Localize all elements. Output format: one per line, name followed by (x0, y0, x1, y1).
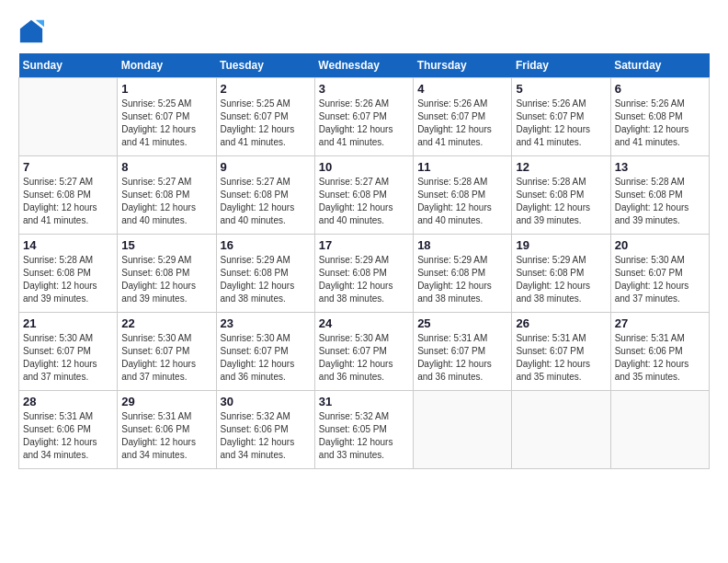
calendar-cell: 15Sunrise: 5:29 AMSunset: 6:08 PMDayligh… (118, 235, 216, 313)
calendar-cell (19, 78, 118, 156)
calendar-cell: 10Sunrise: 5:27 AMSunset: 6:08 PMDayligh… (314, 156, 413, 235)
day-info: Sunrise: 5:26 AMSunset: 6:07 PMDaylight:… (516, 98, 606, 149)
day-number: 1 (121, 82, 211, 96)
calendar-cell: 28Sunrise: 5:31 AMSunset: 6:06 PMDayligh… (19, 391, 118, 469)
calendar-week-4: 21Sunrise: 5:30 AMSunset: 6:07 PMDayligh… (19, 313, 710, 391)
day-number: 26 (516, 316, 606, 330)
calendar-cell (512, 391, 610, 469)
day-number: 17 (319, 238, 409, 252)
calendar-cell: 18Sunrise: 5:29 AMSunset: 6:08 PMDayligh… (414, 235, 512, 313)
calendar-cell (610, 391, 709, 469)
day-info: Sunrise: 5:25 AMSunset: 6:07 PMDaylight:… (221, 98, 311, 149)
day-number: 13 (615, 160, 705, 174)
day-info: Sunrise: 5:32 AMSunset: 6:05 PMDaylight:… (319, 410, 409, 462)
calendar-week-3: 14Sunrise: 5:28 AMSunset: 6:08 PMDayligh… (19, 235, 710, 313)
weekday-row: SundayMondayTuesdayWednesdayThursdayFrid… (19, 53, 710, 78)
calendar-cell: 22Sunrise: 5:30 AMSunset: 6:07 PMDayligh… (118, 313, 216, 391)
day-info: Sunrise: 5:25 AMSunset: 6:07 PMDaylight:… (121, 98, 211, 149)
day-info: Sunrise: 5:30 AMSunset: 6:07 PMDaylight:… (221, 332, 311, 384)
calendar-week-2: 7Sunrise: 5:27 AMSunset: 6:08 PMDaylight… (19, 156, 710, 235)
day-info: Sunrise: 5:30 AMSunset: 6:07 PMDaylight:… (615, 254, 705, 305)
day-info: Sunrise: 5:31 AMSunset: 6:06 PMDaylight:… (23, 410, 113, 462)
day-number: 23 (221, 316, 311, 330)
day-number: 19 (516, 238, 606, 252)
day-info: Sunrise: 5:27 AMSunset: 6:08 PMDaylight:… (23, 176, 113, 227)
calendar-cell: 2Sunrise: 5:25 AMSunset: 6:07 PMDaylight… (216, 78, 314, 156)
day-number: 7 (23, 160, 113, 174)
weekday-header-wednesday: Wednesday (314, 53, 413, 78)
calendar-cell: 27Sunrise: 5:31 AMSunset: 6:06 PMDayligh… (610, 313, 709, 391)
day-number: 6 (615, 82, 705, 96)
calendar-cell: 21Sunrise: 5:30 AMSunset: 6:07 PMDayligh… (19, 313, 118, 391)
weekday-header-thursday: Thursday (414, 53, 512, 78)
day-number: 8 (121, 160, 211, 174)
svg-marker-0 (20, 20, 42, 42)
day-info: Sunrise: 5:31 AMSunset: 6:06 PMDaylight:… (121, 410, 211, 462)
calendar-cell: 25Sunrise: 5:31 AMSunset: 6:07 PMDayligh… (414, 313, 512, 391)
calendar-cell: 4Sunrise: 5:26 AMSunset: 6:07 PMDaylight… (414, 78, 512, 156)
day-info: Sunrise: 5:27 AMSunset: 6:08 PMDaylight:… (221, 176, 311, 227)
day-info: Sunrise: 5:26 AMSunset: 6:07 PMDaylight:… (319, 98, 409, 149)
weekday-header-friday: Friday (512, 53, 610, 78)
day-number: 14 (23, 238, 113, 252)
weekday-header-sunday: Sunday (19, 53, 118, 78)
day-number: 31 (319, 395, 409, 408)
day-info: Sunrise: 5:29 AMSunset: 6:08 PMDaylight:… (516, 254, 606, 305)
calendar-week-5: 28Sunrise: 5:31 AMSunset: 6:06 PMDayligh… (19, 391, 710, 469)
day-info: Sunrise: 5:29 AMSunset: 6:08 PMDaylight:… (417, 254, 507, 305)
calendar-cell: 6Sunrise: 5:26 AMSunset: 6:08 PMDaylight… (610, 78, 709, 156)
day-info: Sunrise: 5:26 AMSunset: 6:07 PMDaylight:… (417, 98, 507, 149)
day-number: 16 (221, 238, 311, 252)
weekday-header-tuesday: Tuesday (216, 53, 314, 78)
calendar-cell: 9Sunrise: 5:27 AMSunset: 6:08 PMDaylight… (216, 156, 314, 235)
day-info: Sunrise: 5:26 AMSunset: 6:08 PMDaylight:… (615, 98, 705, 149)
calendar-cell: 3Sunrise: 5:26 AMSunset: 6:07 PMDaylight… (314, 78, 413, 156)
weekday-header-monday: Monday (118, 53, 216, 78)
day-info: Sunrise: 5:28 AMSunset: 6:08 PMDaylight:… (615, 176, 705, 227)
calendar-cell: 26Sunrise: 5:31 AMSunset: 6:07 PMDayligh… (512, 313, 610, 391)
weekday-header-saturday: Saturday (610, 53, 709, 78)
calendar-cell: 8Sunrise: 5:27 AMSunset: 6:08 PMDaylight… (118, 156, 216, 235)
day-number: 5 (516, 82, 606, 96)
day-number: 2 (221, 82, 311, 96)
day-number: 27 (615, 316, 705, 330)
calendar-cell: 24Sunrise: 5:30 AMSunset: 6:07 PMDayligh… (314, 313, 413, 391)
logo-icon (18, 18, 44, 44)
calendar-cell: 20Sunrise: 5:30 AMSunset: 6:07 PMDayligh… (610, 235, 709, 313)
day-number: 21 (23, 316, 113, 330)
day-info: Sunrise: 5:28 AMSunset: 6:08 PMDaylight:… (417, 176, 507, 227)
day-info: Sunrise: 5:27 AMSunset: 6:08 PMDaylight:… (319, 176, 409, 227)
calendar-header: SundayMondayTuesdayWednesdayThursdayFrid… (19, 53, 710, 78)
calendar-cell: 1Sunrise: 5:25 AMSunset: 6:07 PMDaylight… (118, 78, 216, 156)
day-number: 24 (319, 316, 409, 330)
day-number: 3 (319, 82, 409, 96)
day-info: Sunrise: 5:28 AMSunset: 6:08 PMDaylight:… (23, 254, 113, 305)
page-header (18, 18, 710, 44)
day-info: Sunrise: 5:29 AMSunset: 6:08 PMDaylight:… (319, 254, 409, 305)
day-number: 9 (221, 160, 311, 174)
day-info: Sunrise: 5:29 AMSunset: 6:08 PMDaylight:… (121, 254, 211, 305)
day-info: Sunrise: 5:27 AMSunset: 6:08 PMDaylight:… (121, 176, 211, 227)
day-info: Sunrise: 5:31 AMSunset: 6:07 PMDaylight:… (516, 332, 606, 384)
day-info: Sunrise: 5:29 AMSunset: 6:08 PMDaylight:… (221, 254, 311, 305)
calendar-cell: 7Sunrise: 5:27 AMSunset: 6:08 PMDaylight… (19, 156, 118, 235)
calendar-cell: 14Sunrise: 5:28 AMSunset: 6:08 PMDayligh… (19, 235, 118, 313)
calendar-cell: 23Sunrise: 5:30 AMSunset: 6:07 PMDayligh… (216, 313, 314, 391)
day-info: Sunrise: 5:32 AMSunset: 6:06 PMDaylight:… (221, 410, 311, 462)
day-info: Sunrise: 5:30 AMSunset: 6:07 PMDaylight:… (121, 332, 211, 384)
calendar-cell: 16Sunrise: 5:29 AMSunset: 6:08 PMDayligh… (216, 235, 314, 313)
day-number: 29 (121, 395, 211, 408)
day-number: 30 (221, 395, 311, 408)
calendar-cell: 17Sunrise: 5:29 AMSunset: 6:08 PMDayligh… (314, 235, 413, 313)
day-number: 22 (121, 316, 211, 330)
day-number: 25 (417, 316, 507, 330)
day-info: Sunrise: 5:31 AMSunset: 6:07 PMDaylight:… (417, 332, 507, 384)
calendar-week-1: 1Sunrise: 5:25 AMSunset: 6:07 PMDaylight… (19, 78, 710, 156)
day-number: 18 (417, 238, 507, 252)
calendar-cell (414, 391, 512, 469)
day-info: Sunrise: 5:30 AMSunset: 6:07 PMDaylight:… (23, 332, 113, 384)
calendar-cell: 5Sunrise: 5:26 AMSunset: 6:07 PMDaylight… (512, 78, 610, 156)
calendar-cell: 12Sunrise: 5:28 AMSunset: 6:08 PMDayligh… (512, 156, 610, 235)
day-number: 10 (319, 160, 409, 174)
calendar-cell: 19Sunrise: 5:29 AMSunset: 6:08 PMDayligh… (512, 235, 610, 313)
